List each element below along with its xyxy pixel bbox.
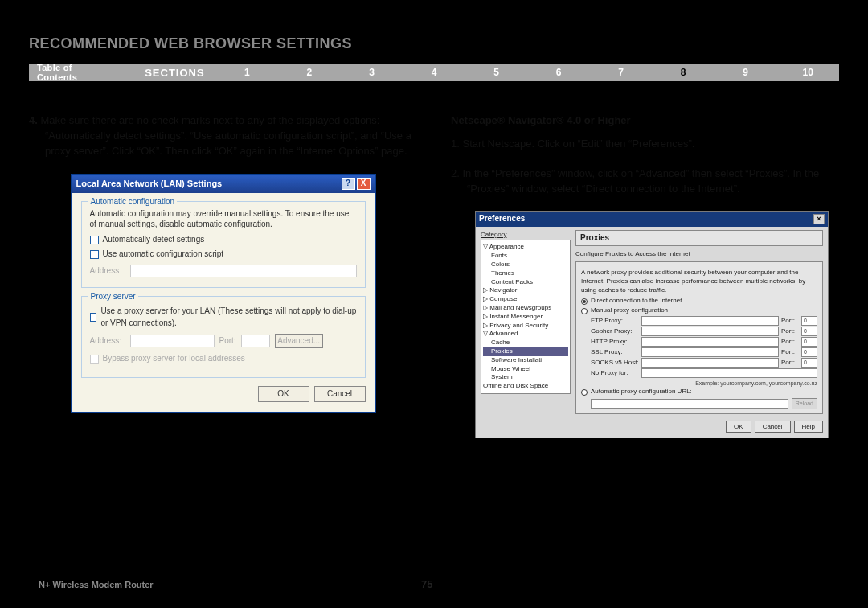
ns-help-button[interactable]: Help bbox=[794, 421, 823, 433]
radio-manual[interactable]: Manual proxy configuration bbox=[581, 306, 817, 315]
lan-settings-dialog: Local Area Network (LAN) Settings ? X Au… bbox=[71, 174, 376, 413]
proxy-legend: Proxy server bbox=[88, 291, 138, 303]
address-input[interactable] bbox=[130, 265, 357, 277]
section-7[interactable]: 7 bbox=[590, 67, 653, 78]
section-5[interactable]: 5 bbox=[465, 67, 528, 78]
category-tree[interactable]: ▽ Appearance Fonts Colors Themes Content… bbox=[481, 240, 571, 394]
radio-auto-url[interactable]: Automatic proxy configuration URL: bbox=[581, 388, 817, 396]
tree-mouse[interactable]: Mouse Wheel bbox=[483, 365, 568, 374]
page-footer: N+ Wireless Modem Router 75 bbox=[39, 578, 829, 590]
proxies-desc: A network proxy provides additional secu… bbox=[581, 269, 817, 294]
radio-direct[interactable]: Direct connection to the Internet bbox=[581, 297, 817, 306]
right-column: Netscape® Navigator® 4.0 or Higher 1. St… bbox=[451, 113, 839, 438]
ssl-input[interactable] bbox=[641, 347, 779, 357]
section-9[interactable]: 9 bbox=[714, 67, 777, 78]
tree-navigator[interactable]: ▷ Navigator bbox=[483, 286, 568, 295]
tree-system[interactable]: System bbox=[483, 373, 568, 382]
tree-appearance[interactable]: ▽ Appearance bbox=[483, 243, 568, 252]
address-label: Address bbox=[90, 265, 125, 277]
lan-titlebar: Local Area Network (LAN) Settings ? X bbox=[72, 175, 375, 194]
tree-proxies[interactable]: Proxies bbox=[483, 347, 568, 356]
ftp-proxy-row: FTP Proxy:Port:0 bbox=[581, 316, 817, 326]
section-10[interactable]: 10 bbox=[776, 67, 839, 78]
ns-title-text: Preferences bbox=[479, 213, 525, 225]
close-icon[interactable]: X bbox=[357, 178, 371, 190]
left-column: 4. Make sure there are no check marks ne… bbox=[29, 113, 417, 438]
section-2[interactable]: 2 bbox=[278, 67, 341, 78]
auto-url-row: Reload bbox=[581, 398, 817, 409]
tree-content-packs[interactable]: Content Packs bbox=[483, 278, 568, 287]
sections-label: SECTIONS bbox=[121, 67, 215, 79]
ftp-port[interactable]: 0 bbox=[801, 316, 817, 326]
close-icon[interactable]: × bbox=[813, 214, 825, 224]
tree-mail[interactable]: ▷ Mail and Newsgroups bbox=[483, 304, 568, 313]
tree-themes[interactable]: Themes bbox=[483, 269, 568, 278]
auto-config-legend: Automatic configuration bbox=[88, 196, 178, 208]
page-title: RECOMMENDED WEB BROWSER SETTINGS bbox=[29, 35, 839, 52]
lan-title-text: Local Area Network (LAN) Settings bbox=[76, 178, 223, 191]
tree-composer[interactable]: ▷ Composer bbox=[483, 295, 568, 304]
noproxy-row: No Proxy for: bbox=[581, 368, 817, 378]
step-4-number: 4. bbox=[29, 114, 38, 126]
tree-offline[interactable]: Offline and Disk Space bbox=[483, 382, 568, 391]
gopher-proxy-row: Gopher Proxy:Port:0 bbox=[581, 327, 817, 336]
ns-cancel-button[interactable]: Cancel bbox=[755, 421, 791, 433]
tree-advanced[interactable]: ▽ Advanced bbox=[483, 330, 568, 339]
proxies-section-title: Proxies bbox=[575, 230, 823, 247]
tree-cache[interactable]: Cache bbox=[483, 339, 568, 347]
auto-detect-checkbox[interactable]: Automatically detect settings bbox=[90, 234, 357, 246]
advanced-button[interactable]: Advanced... bbox=[275, 334, 323, 348]
section-3[interactable]: 3 bbox=[341, 67, 403, 78]
reload-button[interactable]: Reload bbox=[792, 398, 817, 409]
tree-privacy[interactable]: ▷ Privacy and Security bbox=[483, 322, 568, 331]
socks-input[interactable] bbox=[641, 358, 779, 368]
tree-software[interactable]: Software Installati bbox=[483, 356, 568, 365]
ns-titlebar: Preferences × bbox=[476, 212, 828, 227]
section-nav: Table of Contents SECTIONS 1 2 3 4 5 6 7… bbox=[29, 64, 839, 81]
page-number: 75 bbox=[421, 578, 432, 590]
config-line: Configure Proxies to Access the Internet bbox=[575, 249, 823, 259]
section-6[interactable]: 6 bbox=[527, 67, 590, 78]
help-icon[interactable]: ? bbox=[342, 178, 355, 190]
http-input[interactable] bbox=[641, 337, 779, 347]
proxy-port-input[interactable] bbox=[241, 335, 270, 347]
section-8[interactable]: 8 bbox=[652, 67, 714, 78]
http-port[interactable]: 0 bbox=[801, 337, 817, 347]
tree-im[interactable]: ▷ Instant Messenger bbox=[483, 313, 568, 322]
ok-button[interactable]: OK bbox=[258, 386, 309, 402]
netscape-heading: Netscape® Navigator® 4.0 or Higher bbox=[451, 113, 839, 129]
ns-step-1: 1. Start Netscape. Click on “Edit” then … bbox=[451, 137, 839, 152]
ssl-proxy-row: SSL Proxy:Port:0 bbox=[581, 347, 817, 357]
bypass-checkbox[interactable]: Bypass proxy server for local addresses bbox=[90, 353, 357, 365]
noproxy-input[interactable] bbox=[641, 368, 817, 378]
proxy-address-input[interactable] bbox=[130, 335, 215, 347]
section-4[interactable]: 4 bbox=[403, 67, 465, 78]
ns-ok-button[interactable]: OK bbox=[726, 421, 751, 433]
proxy-port-label: Port: bbox=[219, 335, 236, 347]
gopher-input[interactable] bbox=[641, 327, 779, 336]
step-4-text: Make sure there are no check marks next … bbox=[38, 114, 411, 157]
ns-step-2: 2. In the “Preferences” window, click on… bbox=[451, 166, 839, 197]
product-name: N+ Wireless Modem Router bbox=[39, 580, 154, 590]
tree-colors[interactable]: Colors bbox=[483, 261, 568, 269]
proxy-address-label: Address: bbox=[90, 335, 125, 347]
auto-script-checkbox[interactable]: Use automatic configuration script bbox=[90, 249, 357, 261]
ftp-input[interactable] bbox=[641, 316, 779, 326]
proxy-fieldset: Proxy server Use a proxy server for your… bbox=[81, 296, 366, 378]
ssl-port[interactable]: 0 bbox=[801, 347, 817, 357]
example-text: Example: yourcompany.com, yourcompany.co… bbox=[581, 380, 817, 387]
category-label: Category bbox=[481, 230, 571, 240]
http-proxy-row: HTTP Proxy:Port:0 bbox=[581, 337, 817, 347]
use-proxy-checkbox[interactable]: Use a proxy server for your LAN (These s… bbox=[90, 306, 357, 329]
socks-row: SOCKS v5 Host:Port:0 bbox=[581, 358, 817, 368]
socks-port[interactable]: 0 bbox=[801, 358, 817, 368]
tree-fonts[interactable]: Fonts bbox=[483, 252, 568, 261]
auto-url-input[interactable] bbox=[591, 399, 788, 409]
gopher-port[interactable]: 0 bbox=[801, 327, 817, 336]
toc-link[interactable]: Table of Contents bbox=[29, 63, 121, 82]
auto-config-fieldset: Automatic configuration Automatic config… bbox=[81, 201, 366, 288]
proxies-box: A network proxy provides additional secu… bbox=[575, 261, 823, 414]
section-1[interactable]: 1 bbox=[216, 67, 279, 78]
netscape-preferences-dialog: Preferences × Category ▽ Appearance Font… bbox=[475, 211, 829, 438]
cancel-button[interactable]: Cancel bbox=[314, 386, 366, 402]
